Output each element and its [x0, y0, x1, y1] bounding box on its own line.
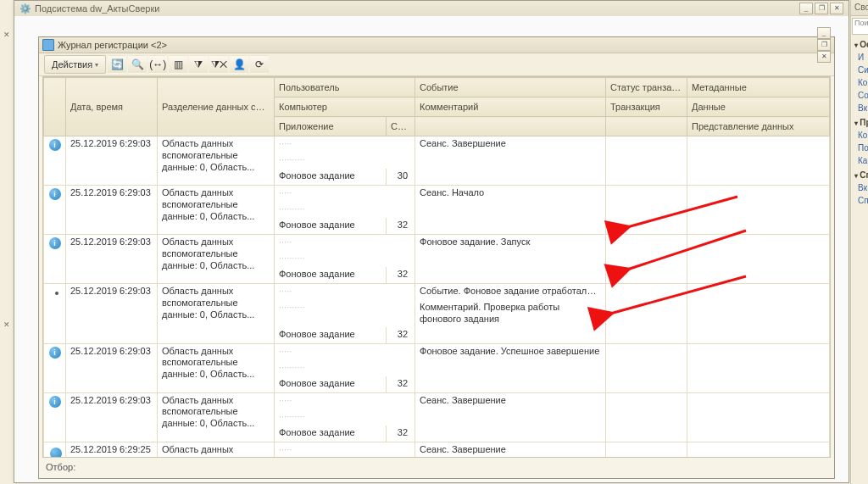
cell-comment — [415, 202, 606, 218]
cell-txn-status — [606, 343, 687, 360]
brackets-icon[interactable]: (↔) — [148, 55, 167, 74]
journal-minimize-button[interactable]: _ — [817, 27, 831, 39]
cell-session: 30 — [387, 169, 415, 186]
col-icon[interactable] — [44, 78, 66, 136]
journal-grid-scroll[interactable]: Дата, время Разделение данных сеанса Пол… — [43, 77, 830, 457]
side-item[interactable]: По — [851, 142, 868, 154]
side-item[interactable]: Си — [851, 64, 868, 76]
actions-menu-button[interactable]: Действия — [44, 55, 106, 74]
maximize-button[interactable]: ❐ — [815, 3, 828, 14]
cell-txn — [606, 202, 687, 218]
cell-computer: ·········· — [275, 153, 415, 169]
table-row[interactable]: i25.12.2019 6:29:03Область данных вспомо… — [44, 136, 830, 153]
user-filter-icon[interactable]: 👤 — [230, 55, 248, 74]
col-session[interactable]: Сеанс — [387, 117, 415, 136]
journal-toolbar: Действия 🔄🔍(↔)▥⧩⧩✕👤⟳ — [39, 53, 834, 76]
filter-funnel-icon[interactable]: ⧩ — [189, 55, 208, 74]
col-partition[interactable]: Разделение данных сеанса — [158, 78, 275, 136]
cell-txn-status — [606, 392, 687, 409]
cell-session: 32 — [387, 327, 415, 344]
cell-session: 32 — [387, 218, 415, 235]
table-row[interactable]: i25.12.2019 6:29:03Область данных вспомо… — [44, 186, 830, 203]
col-computer[interactable]: Компьютер — [275, 97, 415, 117]
cell-comment — [415, 409, 606, 426]
cell-partition: Область данных вспомогательные данные: 0… — [158, 392, 275, 442]
col-blank[interactable] — [415, 117, 606, 136]
table-row[interactable]: i25.12.2019 6:29:03Область данных вспомо… — [44, 392, 830, 409]
side-section[interactable]: Пр — [851, 114, 868, 129]
cell-partition: Область данных вспомогательные данные: 0… — [158, 442, 275, 457]
col-event[interactable]: Событие — [415, 78, 606, 97]
cell-user: ····· — [275, 392, 415, 409]
cell-data — [687, 153, 830, 169]
cell-blank2 — [606, 376, 687, 393]
col-metadata[interactable]: Метаданные — [687, 78, 830, 97]
filter-clear-icon[interactable]: ⧩✕ — [209, 55, 228, 74]
col-datetime[interactable]: Дата, время — [66, 78, 158, 136]
close-tab-left-icon[interactable]: ✕ — [3, 31, 12, 39]
side-item[interactable]: Сп — [851, 194, 868, 207]
cell-data — [687, 300, 830, 327]
table-row[interactable]: i25.12.2019 6:29:03Область данных вспомо… — [44, 235, 830, 252]
cell-datetime: 25.12.2019 6:29:03 — [66, 186, 158, 235]
cell-comment — [415, 251, 606, 267]
col-txn[interactable]: Транзакция — [606, 97, 687, 117]
side-section[interactable]: Сп — [851, 167, 868, 181]
refresh-icon[interactable]: 🔄 — [108, 55, 126, 74]
side-search[interactable]: Пои — [852, 18, 868, 35]
cell-txn — [606, 409, 687, 426]
col-data-repr[interactable]: Представление данных — [687, 117, 830, 136]
cell-datetime: 25.12.2019 6:29:03 — [66, 235, 158, 284]
cell-comment: Комментарий. Проверка работы фонового за… — [415, 300, 606, 327]
col-user[interactable]: Пользователь — [275, 78, 415, 97]
cell-txn — [606, 300, 687, 327]
cell-metadata — [687, 392, 830, 409]
cell-data — [687, 360, 830, 376]
journal-maximize-button[interactable]: ❐ — [817, 39, 831, 51]
col-application[interactable]: Приложение — [275, 117, 387, 136]
close-button[interactable]: ✕ — [830, 3, 843, 14]
side-item[interactable]: Ко — [851, 129, 868, 142]
cell-event: Сеанс. Завершение — [415, 392, 606, 409]
table-row[interactable]: i25.12.2019 6:29:03Область данных вспомо… — [44, 343, 830, 360]
cell-blank2 — [606, 218, 687, 235]
journal-title: Журнал регистрации <2> — [58, 37, 167, 53]
cell-blank2 — [606, 267, 687, 284]
cell-partition: Область данных вспомогательные данные: 0… — [158, 284, 275, 344]
side-item[interactable]: И — [851, 51, 868, 64]
close-tab-left-icon-2[interactable]: ✕ — [3, 320, 12, 329]
cell-user: ····· — [275, 235, 415, 252]
cell-metadata — [687, 442, 830, 457]
col-data[interactable]: Данные — [687, 97, 830, 117]
side-item[interactable]: Ко — [851, 76, 868, 89]
cell-partition: Область данных вспомогательные данные: 0… — [158, 235, 275, 284]
table-row[interactable]: 25.12.2019 6:29:25Область данных вспомог… — [44, 442, 830, 457]
cell-application: Фоновое задание — [275, 376, 387, 393]
cell-event: Сеанс. Завершение — [415, 442, 606, 457]
cell-application: Фоновое задание — [275, 327, 387, 344]
side-item[interactable]: Вк — [851, 181, 868, 194]
cell-data — [687, 251, 830, 267]
table-row[interactable]: 25.12.2019 6:29:03Область данных вспомог… — [44, 284, 830, 301]
cycle-icon[interactable]: ⟳ — [250, 55, 269, 74]
cell-event: Событие. Фоновое задание отработало ... — [415, 284, 606, 301]
cell-computer: ·········· — [275, 300, 415, 327]
subsystem-icon: ⚙️ — [19, 1, 31, 16]
filter-pane-icon[interactable]: ▥ — [169, 55, 187, 74]
cell-computer: ·········· — [275, 202, 415, 218]
col-txn-status[interactable]: Статус транзак... — [606, 78, 687, 97]
col-blank2[interactable] — [606, 117, 687, 136]
cell-blank — [415, 327, 606, 344]
cell-blank — [415, 169, 606, 186]
cell-comment — [415, 360, 606, 376]
cell-datetime: 25.12.2019 6:29:25 — [66, 442, 158, 457]
side-item[interactable]: Со — [851, 89, 868, 102]
side-section[interactable]: Ос — [851, 36, 868, 51]
side-item[interactable]: Вк — [851, 102, 868, 114]
journal-close-button[interactable]: ✕ — [817, 51, 831, 63]
side-item[interactable]: Ка — [851, 154, 868, 167]
col-comment[interactable]: Комментарий — [415, 97, 606, 117]
find-icon[interactable]: 🔍 — [128, 55, 147, 74]
minimize-button[interactable]: _ — [799, 3, 813, 14]
cell-data — [687, 409, 830, 426]
